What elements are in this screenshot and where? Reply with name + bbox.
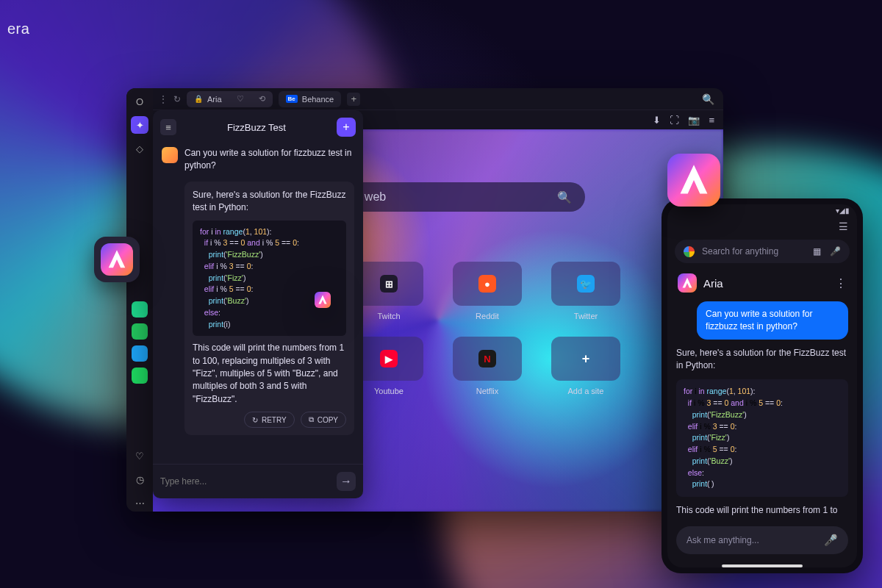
tile-reddit[interactable]: ●Reddit — [446, 262, 528, 320]
aria-reply-outro: This code will print the numbers from 1 … — [193, 342, 346, 406]
user-avatar — [162, 147, 178, 163]
phone-input-area: Ask me anything... 🎤 — [667, 519, 857, 564]
sidebar-app-spotify[interactable] — [132, 368, 148, 384]
lock-icon: 🔒 — [194, 95, 203, 103]
mic-icon[interactable]: 🎤 — [824, 534, 838, 547]
tab-menu-icon[interactable]: ⋮ — [159, 94, 168, 104]
crop-icon[interactable]: ⛶ — [670, 115, 679, 126]
phone-home-indicator[interactable] — [722, 564, 803, 567]
more-icon[interactable]: ⋯ — [131, 494, 148, 512]
tab-behance[interactable]: Be Behance — [279, 91, 342, 107]
user-message-text: Can you write a solution for fizzbuzz te… — [184, 147, 354, 173]
history-icon[interactable]: ◷ — [131, 470, 148, 488]
send-button[interactable]: → — [337, 472, 356, 491]
phone-user-message: Can you write a solution for fizzbuzz te… — [697, 301, 848, 340]
tab-pin-icon[interactable]: ⟲ — [259, 94, 265, 104]
tab-aria[interactable]: 🔒 Aria ♡ ⟲ — [187, 91, 273, 107]
aria-badge-right — [665, 151, 723, 209]
aria-logo-icon — [678, 273, 697, 293]
sidebar-app-twitter[interactable] — [132, 345, 148, 362]
phone-input[interactable]: Ask me anything... 🎤 — [676, 526, 848, 554]
lens-icon[interactable]: ▦ — [813, 246, 821, 257]
mic-icon[interactable]: 🎤 — [830, 246, 841, 257]
tile-twitter[interactable]: 🐦Twitter — [545, 262, 627, 320]
heart-icon[interactable]: ♡ — [131, 447, 148, 465]
new-tab-button[interactable]: + — [347, 93, 360, 106]
sidebar-app-whatsapp[interactable] — [132, 323, 148, 340]
tab-label: Behance — [302, 95, 334, 104]
reload-icon[interactable]: ↻ — [173, 94, 181, 104]
phone-chat-body: Can you write a solution for fizzbuzz te… — [667, 298, 857, 519]
aria-chat-body: Can you write a solution for fizzbuzz te… — [153, 143, 363, 464]
aria-sidebar-button[interactable]: ✦ — [131, 116, 148, 134]
phone-code-block: for i in range(1, 101): if i % 3 == 0 an… — [676, 379, 848, 497]
copy-button[interactable]: ⧉COPY — [301, 412, 346, 428]
new-chat-button[interactable]: + — [337, 118, 356, 137]
phone-aria-header: Aria ⋮ — [667, 269, 857, 298]
behance-icon: Be — [286, 95, 298, 103]
user-message: Can you write a solution for fizzbuzz te… — [162, 147, 354, 173]
more-icon[interactable]: ⋮ — [835, 276, 847, 290]
camera-icon[interactable]: 📷 — [688, 115, 700, 126]
phone-search-bar[interactable]: Search for anything ▦🎤 — [675, 240, 850, 263]
search-icon: 🔍 — [557, 190, 572, 204]
aria-message: Sure, here's a solution for the FizzBuzz… — [162, 182, 354, 435]
brand-wordmark: era — [7, 21, 29, 37]
phone-mockup: ▾◢▮ ☰ Search for anything ▦🎤 Aria ⋮ Can … — [662, 198, 863, 573]
retry-icon: ↻ — [252, 416, 258, 424]
aria-name: Aria — [703, 277, 828, 290]
tab-label: Aria — [207, 95, 222, 104]
hamburger-icon[interactable]: ≡ — [160, 119, 176, 135]
tab-bar: ⋮ ↻ 🔒 Aria ♡ ⟲ Be Behance + 🔍 — [153, 88, 723, 110]
aria-logo-icon — [667, 154, 720, 207]
opera-menu-icon[interactable]: O — [131, 93, 148, 110]
aria-avatar-icon — [315, 292, 331, 308]
aria-panel: ≡ FizzBuzz Test + Can you write a soluti… — [153, 110, 363, 498]
wifi-icon: ▾◢▮ — [836, 207, 850, 215]
aria-reply-intro: Sure, here's a solution for the FizzBuzz… — [193, 189, 346, 215]
sidebar-settings-icon[interactable]: ◇ — [131, 140, 148, 157]
download-icon[interactable]: ⬇ — [653, 115, 661, 126]
sidebar-app-messenger[interactable] — [132, 301, 148, 318]
phone-action-bar: ☰ — [667, 216, 857, 237]
copy-icon: ⧉ — [309, 415, 314, 424]
code-block: for i in range(1, 101): if i % 3 == 0 an… — [193, 220, 346, 337]
tabbar-search-icon[interactable]: 🔍 — [702, 93, 717, 105]
google-icon — [684, 246, 695, 257]
aria-input-row: → — [153, 464, 363, 498]
retry-button[interactable]: ↻RETRY — [244, 412, 295, 428]
menu-icon[interactable]: ≡ — [709, 115, 714, 126]
aria-panel-header: ≡ FizzBuzz Test + — [153, 110, 363, 143]
phone-reply-intro: Sure, here's a solution for the FizzBuzz… — [676, 347, 848, 373]
phone-search-placeholder: Search for anything — [702, 246, 778, 257]
aria-logo-icon — [101, 243, 133, 276]
aria-input[interactable] — [160, 476, 331, 487]
tile-add-site[interactable]: +Add a site — [545, 337, 627, 395]
browser-sidebar: O ✦ ◇ ♡ ◷ ⋯ — [126, 88, 153, 512]
aria-badge-left — [94, 237, 140, 282]
tune-icon[interactable]: ☰ — [839, 220, 848, 232]
tab-heart-icon[interactable]: ♡ — [237, 94, 244, 104]
tile-netflix[interactable]: NNetflix — [446, 337, 528, 395]
aria-panel-title: FizzBuzz Test — [184, 122, 329, 133]
phone-reply-outro: This code will print the numbers from 1 … — [676, 504, 848, 519]
phone-input-placeholder: Ask me anything... — [686, 535, 759, 545]
